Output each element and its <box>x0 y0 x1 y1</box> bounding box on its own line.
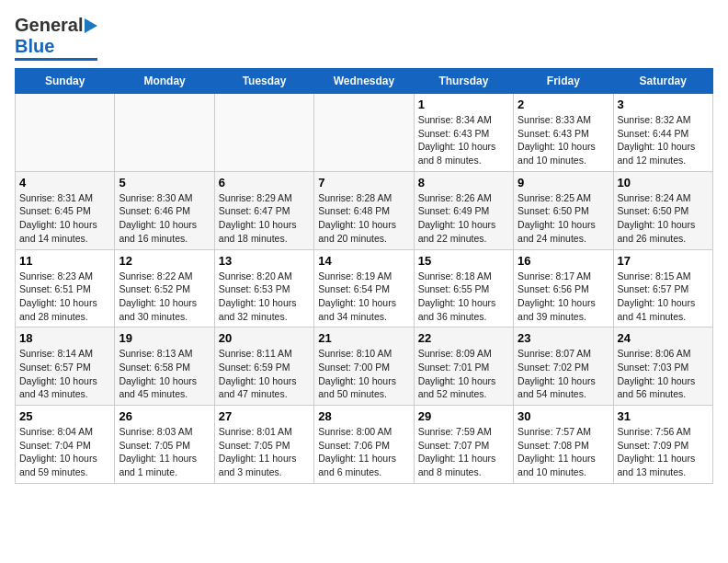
day-number: 13 <box>219 254 310 268</box>
day-info: Sunrise: 8:33 AM Sunset: 6:43 PM Dayligh… <box>518 113 609 167</box>
day-number: 9 <box>518 176 609 190</box>
calendar-cell: 31Sunrise: 7:56 AM Sunset: 7:09 PM Dayli… <box>613 406 712 484</box>
calendar-cell: 10Sunrise: 8:24 AM Sunset: 6:50 PM Dayli… <box>613 171 712 249</box>
day-info: Sunrise: 8:23 AM Sunset: 6:51 PM Dayligh… <box>19 270 110 324</box>
day-info: Sunrise: 8:24 AM Sunset: 6:50 PM Dayligh… <box>618 191 709 246</box>
calendar-cell: 2Sunrise: 8:33 AM Sunset: 6:43 PM Daylig… <box>514 94 613 172</box>
day-number: 1 <box>418 98 509 111</box>
day-info: Sunrise: 8:28 AM Sunset: 6:48 PM Dayligh… <box>318 191 409 246</box>
logo-general: General <box>15 15 83 36</box>
page-header: General Blue <box>15 15 713 61</box>
day-number: 16 <box>518 254 609 268</box>
day-info: Sunrise: 8:04 AM Sunset: 7:04 PM Dayligh… <box>19 425 110 479</box>
day-info: Sunrise: 8:11 AM Sunset: 6:59 PM Dayligh… <box>219 347 310 401</box>
day-info: Sunrise: 8:09 AM Sunset: 7:01 PM Dayligh… <box>418 347 509 401</box>
weekday-tuesday: Tuesday <box>214 69 313 94</box>
calendar-cell: 7Sunrise: 8:28 AM Sunset: 6:48 PM Daylig… <box>314 171 414 249</box>
weekday-saturday: Saturday <box>613 69 712 94</box>
day-info: Sunrise: 8:18 AM Sunset: 6:55 PM Dayligh… <box>418 270 509 324</box>
calendar-cell: 16Sunrise: 8:17 AM Sunset: 6:56 PM Dayli… <box>514 249 613 327</box>
calendar-cell <box>16 94 115 172</box>
day-number: 21 <box>318 331 409 345</box>
calendar-cell: 20Sunrise: 8:11 AM Sunset: 6:59 PM Dayli… <box>214 327 313 406</box>
calendar-cell: 26Sunrise: 8:03 AM Sunset: 7:05 PM Dayli… <box>115 406 214 484</box>
calendar-week-5: 25Sunrise: 8:04 AM Sunset: 7:04 PM Dayli… <box>16 406 713 484</box>
day-number: 5 <box>119 176 210 190</box>
day-info: Sunrise: 8:25 AM Sunset: 6:50 PM Dayligh… <box>518 191 609 246</box>
calendar-cell: 24Sunrise: 8:06 AM Sunset: 7:03 PM Dayli… <box>613 327 712 406</box>
calendar-cell: 13Sunrise: 8:20 AM Sunset: 6:53 PM Dayli… <box>214 249 313 327</box>
calendar-cell: 25Sunrise: 8:04 AM Sunset: 7:04 PM Dayli… <box>16 406 115 484</box>
day-info: Sunrise: 8:01 AM Sunset: 7:05 PM Dayligh… <box>219 425 310 479</box>
calendar-cell <box>214 94 313 172</box>
day-number: 26 <box>119 409 210 423</box>
logo-underline <box>15 58 97 61</box>
calendar-cell: 21Sunrise: 8:10 AM Sunset: 7:00 PM Dayli… <box>314 327 414 406</box>
day-info: Sunrise: 8:03 AM Sunset: 7:05 PM Dayligh… <box>119 425 210 479</box>
calendar-week-3: 11Sunrise: 8:23 AM Sunset: 6:51 PM Dayli… <box>16 249 713 327</box>
calendar-cell: 8Sunrise: 8:26 AM Sunset: 6:49 PM Daylig… <box>414 171 513 249</box>
day-number: 17 <box>618 254 709 268</box>
calendar-cell <box>314 94 414 172</box>
day-info: Sunrise: 8:07 AM Sunset: 7:02 PM Dayligh… <box>518 347 609 401</box>
day-number: 15 <box>418 254 509 268</box>
day-info: Sunrise: 8:32 AM Sunset: 6:44 PM Dayligh… <box>618 113 709 167</box>
day-info: Sunrise: 8:17 AM Sunset: 6:56 PM Dayligh… <box>518 270 609 324</box>
logo-blue: Blue <box>15 36 54 57</box>
calendar-cell: 3Sunrise: 8:32 AM Sunset: 6:44 PM Daylig… <box>613 94 712 172</box>
day-number: 20 <box>219 331 310 345</box>
day-number: 29 <box>418 409 509 423</box>
calendar-cell: 15Sunrise: 8:18 AM Sunset: 6:55 PM Dayli… <box>414 249 513 327</box>
day-number: 30 <box>518 409 609 423</box>
day-info: Sunrise: 8:15 AM Sunset: 6:57 PM Dayligh… <box>618 270 709 324</box>
day-number: 12 <box>119 254 210 268</box>
day-number: 10 <box>618 176 709 190</box>
weekday-friday: Friday <box>514 69 613 94</box>
logo-arrow-icon <box>85 18 97 33</box>
calendar-cell: 18Sunrise: 8:14 AM Sunset: 6:57 PM Dayli… <box>16 327 115 406</box>
calendar-cell: 28Sunrise: 8:00 AM Sunset: 7:06 PM Dayli… <box>314 406 414 484</box>
day-number: 23 <box>518 331 609 345</box>
calendar-cell: 17Sunrise: 8:15 AM Sunset: 6:57 PM Dayli… <box>613 249 712 327</box>
day-info: Sunrise: 8:06 AM Sunset: 7:03 PM Dayligh… <box>618 347 709 401</box>
day-info: Sunrise: 8:22 AM Sunset: 6:52 PM Dayligh… <box>119 270 210 324</box>
day-info: Sunrise: 8:19 AM Sunset: 6:54 PM Dayligh… <box>318 270 409 324</box>
day-number: 18 <box>19 331 110 345</box>
day-number: 3 <box>618 98 709 111</box>
day-number: 11 <box>19 254 110 268</box>
day-number: 19 <box>119 331 210 345</box>
weekday-wednesday: Wednesday <box>314 69 414 94</box>
calendar-cell: 14Sunrise: 8:19 AM Sunset: 6:54 PM Dayli… <box>314 249 414 327</box>
weekday-thursday: Thursday <box>414 69 513 94</box>
day-info: Sunrise: 8:13 AM Sunset: 6:58 PM Dayligh… <box>119 347 210 401</box>
calendar-cell: 4Sunrise: 8:31 AM Sunset: 6:45 PM Daylig… <box>16 171 115 249</box>
day-info: Sunrise: 7:59 AM Sunset: 7:07 PM Dayligh… <box>418 425 509 479</box>
weekday-monday: Monday <box>115 69 214 94</box>
day-number: 28 <box>318 409 409 423</box>
logo: General Blue <box>15 15 97 61</box>
day-number: 22 <box>418 331 509 345</box>
calendar-cell: 6Sunrise: 8:29 AM Sunset: 6:47 PM Daylig… <box>214 171 313 249</box>
day-info: Sunrise: 8:14 AM Sunset: 6:57 PM Dayligh… <box>19 347 110 401</box>
day-number: 14 <box>318 254 409 268</box>
day-number: 31 <box>618 409 709 423</box>
day-info: Sunrise: 8:10 AM Sunset: 7:00 PM Dayligh… <box>318 347 409 401</box>
day-info: Sunrise: 8:34 AM Sunset: 6:43 PM Dayligh… <box>418 113 509 167</box>
calendar-cell: 23Sunrise: 8:07 AM Sunset: 7:02 PM Dayli… <box>514 327 613 406</box>
day-number: 2 <box>518 98 609 111</box>
calendar-cell: 29Sunrise: 7:59 AM Sunset: 7:07 PM Dayli… <box>414 406 513 484</box>
day-number: 6 <box>219 176 310 190</box>
day-number: 7 <box>318 176 409 190</box>
weekday-header-row: SundayMondayTuesdayWednesdayThursdayFrid… <box>16 69 713 94</box>
calendar-cell: 19Sunrise: 8:13 AM Sunset: 6:58 PM Dayli… <box>115 327 214 406</box>
day-info: Sunrise: 8:20 AM Sunset: 6:53 PM Dayligh… <box>219 270 310 324</box>
calendar-cell: 11Sunrise: 8:23 AM Sunset: 6:51 PM Dayli… <box>16 249 115 327</box>
day-number: 24 <box>618 331 709 345</box>
weekday-sunday: Sunday <box>16 69 115 94</box>
day-info: Sunrise: 7:56 AM Sunset: 7:09 PM Dayligh… <box>618 425 709 479</box>
calendar-week-2: 4Sunrise: 8:31 AM Sunset: 6:45 PM Daylig… <box>16 171 713 249</box>
calendar-week-1: 1Sunrise: 8:34 AM Sunset: 6:43 PM Daylig… <box>16 94 713 172</box>
day-info: Sunrise: 8:29 AM Sunset: 6:47 PM Dayligh… <box>219 191 310 246</box>
calendar-cell: 22Sunrise: 8:09 AM Sunset: 7:01 PM Dayli… <box>414 327 513 406</box>
day-number: 4 <box>19 176 110 190</box>
